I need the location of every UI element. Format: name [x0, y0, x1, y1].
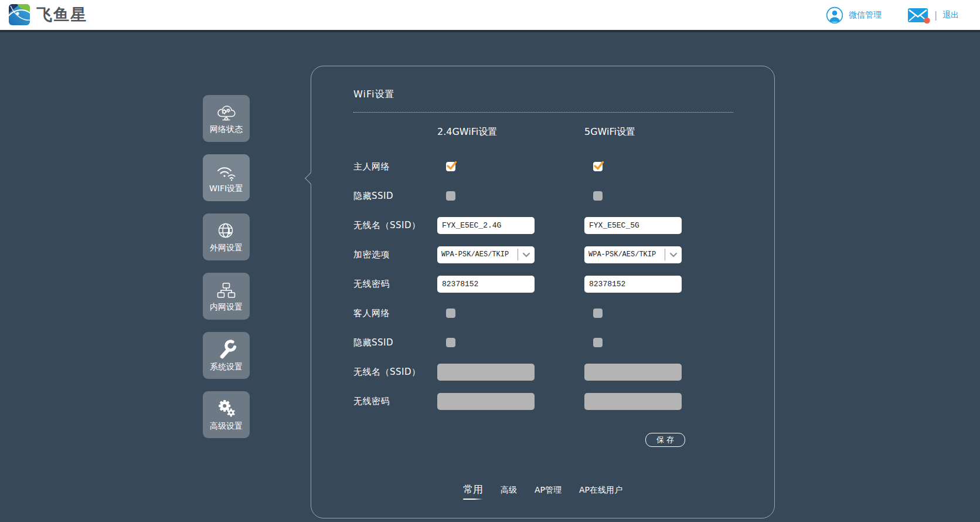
tab-advanced[interactable]: 高级 [501, 485, 517, 496]
field-label: 加密选项 [353, 249, 437, 260]
guest-ssid-input-2g [437, 364, 535, 381]
mail-notification-icon [907, 6, 931, 24]
dashed-divider [353, 112, 733, 113]
sidebar-item-label: 系统设置 [210, 362, 243, 372]
sidebar-item-label: 网络状态 [210, 124, 243, 135]
sidebar-item-label: 外网设置 [210, 243, 243, 253]
sidebar-item-label: WIFI设置 [209, 184, 243, 194]
ssid-input-2g[interactable] [437, 217, 535, 234]
wechat-manage-link[interactable]: 微信管理 [826, 6, 882, 24]
password-input-5g[interactable] [584, 276, 682, 293]
page-title: WiFi设置 [353, 89, 394, 101]
field-label: 主人网络 [353, 161, 437, 172]
sidebar-item-lan-settings[interactable]: 内网设置 [203, 273, 250, 320]
gears-icon [215, 398, 238, 419]
guest-hide-ssid-checkbox-5g[interactable] [593, 338, 603, 347]
hide-ssid-checkbox-5g[interactable] [593, 191, 603, 201]
logout-button[interactable]: 退出 [942, 10, 959, 21]
hide-ssid-checkbox-2g[interactable] [446, 191, 455, 201]
field-label: 无线密码 [353, 396, 437, 407]
password-input-2g[interactable] [437, 276, 535, 293]
guest-password-input-2g [437, 393, 535, 410]
column-header-5g: 5GWiFi设置 [584, 126, 737, 138]
sidebar-item-system-settings[interactable]: 系统设置 [203, 332, 250, 379]
guest-password-input-5g [584, 393, 682, 410]
guest-network-checkbox-2g[interactable] [446, 309, 455, 318]
guest-network-checkbox-5g[interactable] [593, 309, 603, 318]
sidebar: 网络状态 WIFI设置 外网设置 内网设置 [203, 95, 250, 438]
bottom-tabs: 常用 高级 AP管理 AP在线用户 [311, 483, 774, 500]
panel-pointer [305, 172, 317, 184]
account-area: 微信管理 | 退出 [826, 0, 959, 30]
sidebar-item-advanced-settings[interactable]: 高级设置 [203, 391, 250, 438]
ssid-input-5g[interactable] [584, 217, 682, 234]
column-headers: 2.4GWiFi设置 5GWiFi设置 [353, 126, 737, 138]
brand-name: 飞鱼星 [36, 4, 87, 25]
sidebar-item-label: 内网设置 [210, 302, 243, 313]
sidebar-item-network-status[interactable]: 网络状态 [203, 95, 250, 142]
topology-icon [215, 280, 238, 300]
column-header-2g: 2.4GWiFi设置 [437, 126, 584, 138]
tab-ap-online-users[interactable]: AP在线用户 [579, 485, 622, 496]
header-divider [0, 30, 980, 32]
guest-ssid-input-5g [584, 364, 682, 381]
wechat-manage-label: 微信管理 [849, 10, 882, 21]
encryption-value-5g: WPA-PSK/AES/TKIP [584, 250, 665, 259]
user-avatar-icon [826, 6, 843, 24]
field-label: 无线名（SSID） [353, 220, 437, 231]
header-separator: | [934, 10, 937, 21]
header-bar: 飞鱼星 微信管理 | 退出 [0, 0, 980, 30]
chevron-down-icon [518, 252, 535, 257]
field-label: 无线密码 [353, 279, 437, 290]
field-label: 客人网络 [353, 308, 437, 319]
save-button[interactable]: 保 存 [645, 433, 685, 447]
master-network-checkbox-2g[interactable] [446, 162, 455, 171]
tab-ap-manage[interactable]: AP管理 [535, 485, 562, 496]
master-network-checkbox-5g[interactable] [593, 162, 603, 171]
sidebar-item-label: 高级设置 [210, 421, 243, 432]
sidebar-item-wifi-settings[interactable]: WIFI设置 [203, 154, 250, 201]
notification-dot [924, 17, 930, 23]
brand: 飞鱼星 [8, 4, 87, 26]
sidebar-item-wan-settings[interactable]: 外网设置 [203, 213, 250, 260]
tab-common[interactable]: 常用 [463, 483, 483, 500]
chevron-down-icon [665, 252, 682, 257]
message-button[interactable] [907, 6, 931, 24]
encryption-value-2g: WPA-PSK/AES/TKIP [437, 250, 518, 259]
cloud-gears-icon [215, 103, 238, 123]
wifi-form: 主人网络 隐藏SSID 无线名（SSID） 加密选项 WPA-PSK/AES/T… [353, 152, 737, 416]
wifi-icon [215, 162, 238, 182]
wifi-settings-panel: WiFi设置 2.4GWiFi设置 5GWiFi设置 主人网络 隐藏SSID 无… [311, 66, 775, 518]
encryption-select-2g[interactable]: WPA-PSK/AES/TKIP [437, 246, 535, 263]
encryption-select-5g[interactable]: WPA-PSK/AES/TKIP [584, 246, 682, 263]
brand-logo-icon [8, 4, 30, 26]
field-label: 隐藏SSID [353, 191, 437, 202]
field-label: 无线名（SSID） [353, 367, 437, 378]
wrench-icon [215, 339, 238, 360]
guest-hide-ssid-checkbox-2g[interactable] [446, 338, 455, 347]
globe-arrow-icon [215, 221, 238, 241]
field-label: 隐藏SSID [353, 337, 437, 348]
